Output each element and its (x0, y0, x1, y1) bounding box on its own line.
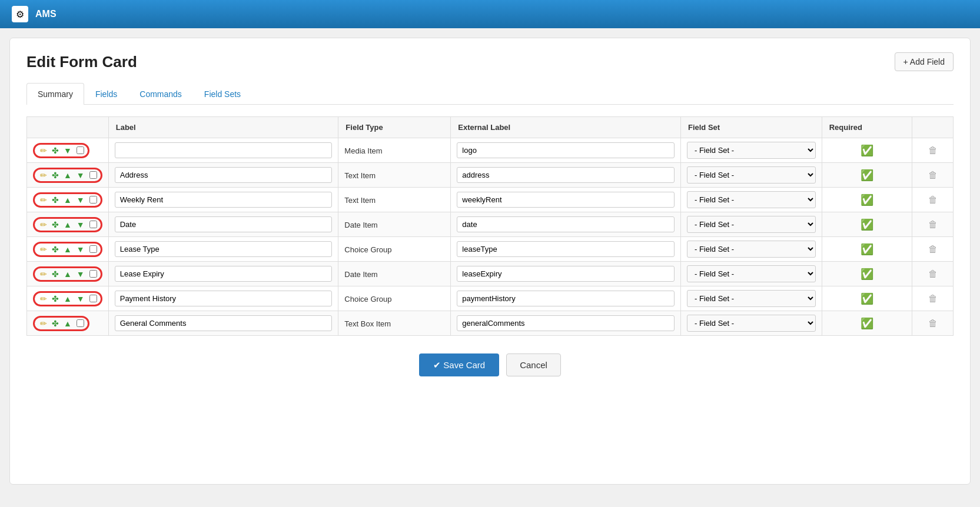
move-down-button[interactable]: ▼ (75, 171, 87, 180)
move-down-button[interactable]: ▼ (75, 269, 87, 279)
move-button[interactable]: ✤ (50, 195, 61, 205)
tab-fields[interactable]: Fields (84, 83, 128, 105)
label-input[interactable] (115, 192, 333, 208)
save-card-button[interactable]: ✔ Save Card (419, 353, 499, 376)
move-button[interactable]: ✤ (50, 319, 61, 328)
tab-commands[interactable]: Commands (128, 83, 193, 105)
copy-checkbox[interactable] (89, 295, 97, 302)
copy-checkbox[interactable] (89, 221, 97, 228)
tab-fieldsets[interactable]: Field Sets (193, 83, 252, 105)
app-title: AMS (35, 9, 57, 19)
delete-button[interactable]: 🗑 (928, 244, 938, 254)
external-label-input[interactable] (457, 266, 675, 282)
edit-button[interactable]: ✏ (38, 294, 49, 303)
tab-summary[interactable]: Summary (26, 83, 84, 105)
delete-button[interactable]: 🗑 (928, 293, 938, 303)
move-up-button[interactable]: ▲ (62, 195, 74, 205)
move-down-button[interactable]: ▼ (75, 195, 87, 205)
move-button[interactable]: ✤ (50, 294, 61, 303)
external-label-input[interactable] (457, 241, 675, 257)
move-button[interactable]: ✤ (50, 146, 61, 155)
field-set-select[interactable]: - Field Set - (687, 142, 816, 159)
edit-button[interactable]: ✏ (38, 245, 49, 254)
delete-button[interactable]: 🗑 (928, 269, 938, 279)
move-up-button[interactable]: ▲ (62, 220, 74, 229)
label-input[interactable] (115, 291, 333, 306)
label-input[interactable] (115, 142, 333, 158)
label-input[interactable] (115, 315, 333, 331)
controls-cell: ✏✤▲▼ (27, 163, 109, 188)
field-set-select[interactable]: - Field Set - (687, 216, 816, 233)
move-up-button[interactable]: ▲ (62, 171, 74, 180)
edit-button[interactable]: ✏ (38, 146, 49, 155)
move-down-button[interactable]: ▼ (62, 146, 74, 155)
controls-cell: ✏✤▲▼ (27, 212, 109, 237)
col-externallabel: External Label (451, 117, 681, 138)
required-cell: ✅ (822, 138, 912, 163)
copy-checkbox[interactable] (89, 270, 97, 278)
copy-checkbox[interactable] (89, 171, 97, 179)
delete-button[interactable]: 🗑 (928, 318, 938, 328)
delete-button[interactable]: 🗑 (928, 145, 938, 155)
copy-checkbox[interactable] (89, 196, 97, 204)
external-label-input[interactable] (457, 315, 675, 331)
move-up-button[interactable]: ▲ (62, 319, 74, 328)
move-up-button[interactable]: ▲ (62, 294, 74, 303)
col-fieldset: Field Set (680, 117, 822, 138)
move-button[interactable]: ✤ (50, 220, 61, 229)
edit-button[interactable]: ✏ (38, 319, 49, 328)
delete-button[interactable]: 🗑 (928, 170, 938, 180)
external-label-input[interactable] (457, 192, 675, 208)
external-label-input[interactable] (457, 142, 675, 158)
move-button[interactable]: ✤ (50, 245, 61, 254)
edit-button[interactable]: ✏ (38, 269, 49, 279)
table-row: ✏✤▲▼Text Item- Field Set -✅🗑 (27, 188, 954, 212)
field-set-select[interactable]: - Field Set - (687, 265, 816, 282)
move-down-button[interactable]: ▼ (75, 245, 87, 254)
table-row: ✏✤▲▼Text Item- Field Set -✅🗑 (27, 163, 954, 188)
controls-cell: ✏✤▲▼ (27, 188, 109, 212)
delete-cell: 🗑 (912, 163, 954, 188)
field-set-select[interactable]: - Field Set - (687, 241, 816, 258)
external-label-input[interactable] (457, 216, 675, 232)
external-label-input[interactable] (457, 167, 675, 183)
app-icon: ⚙ (12, 6, 28, 22)
field-set-select[interactable]: - Field Set - (687, 191, 816, 208)
table-row: ✏✤▼Media Item- Field Set -✅🗑 (27, 138, 954, 163)
move-down-button[interactable]: ▼ (75, 220, 87, 229)
navbar: ⚙ AMS (0, 0, 980, 28)
label-input[interactable] (115, 216, 333, 232)
controls-cell: ✏✤▼ (27, 138, 109, 163)
delete-button[interactable]: 🗑 (928, 219, 938, 229)
edit-button[interactable]: ✏ (38, 171, 49, 180)
external-label-cell (451, 212, 681, 237)
col-delete (912, 117, 954, 138)
edit-button[interactable]: ✏ (38, 220, 49, 229)
move-up-button[interactable]: ▲ (62, 269, 74, 279)
field-set-select[interactable]: - Field Set - (687, 315, 816, 332)
delete-cell: 🗑 (912, 311, 954, 336)
label-input[interactable] (115, 241, 333, 257)
field-type-text: Choice Group (344, 245, 391, 254)
controls-highlight: ✏✤▲▼ (33, 266, 102, 282)
edit-button[interactable]: ✏ (38, 195, 49, 205)
label-input[interactable] (115, 266, 333, 282)
move-up-button[interactable]: ▲ (62, 245, 74, 254)
external-label-input[interactable] (457, 291, 675, 306)
cancel-button[interactable]: Cancel (506, 353, 561, 376)
copy-checkbox[interactable] (77, 146, 84, 154)
move-down-button[interactable]: ▼ (75, 294, 87, 303)
delete-button[interactable]: 🗑 (928, 195, 938, 205)
move-button[interactable]: ✤ (50, 171, 61, 180)
copy-checkbox[interactable] (77, 319, 84, 327)
field-set-cell: - Field Set - (680, 163, 822, 188)
required-check-icon: ✅ (861, 268, 873, 280)
field-set-select[interactable]: - Field Set - (687, 290, 816, 307)
move-button[interactable]: ✤ (50, 269, 61, 279)
field-set-select[interactable]: - Field Set - (687, 166, 816, 184)
label-input[interactable] (115, 167, 333, 183)
add-field-button[interactable]: + Add Field (895, 52, 954, 71)
copy-checkbox[interactable] (89, 245, 97, 253)
field-set-cell: - Field Set - (680, 188, 822, 212)
required-cell: ✅ (822, 262, 912, 286)
